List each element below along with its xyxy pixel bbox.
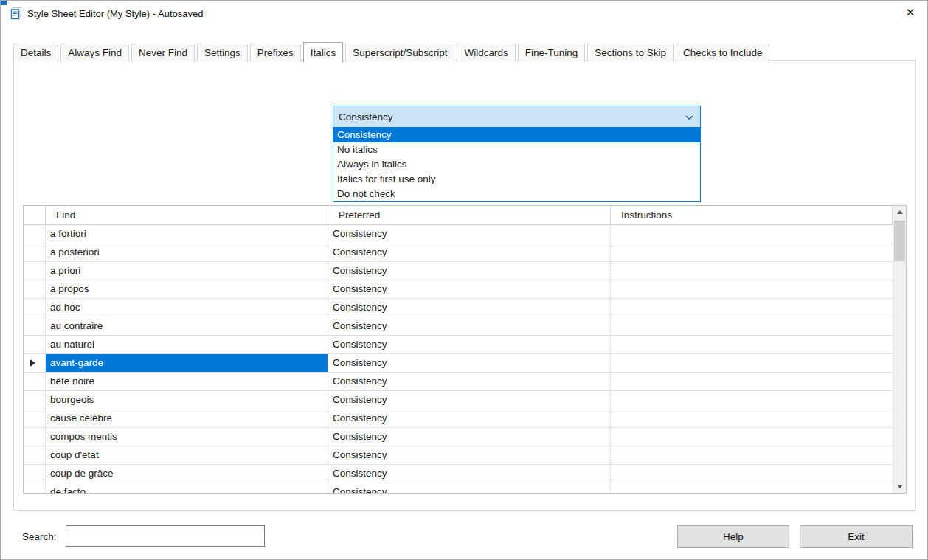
instructions-cell[interactable] bbox=[611, 483, 893, 493]
row-header-cell[interactable] bbox=[24, 299, 46, 317]
preferred-cell[interactable]: Consistency bbox=[328, 465, 611, 483]
exit-button[interactable]: Exit bbox=[800, 525, 913, 548]
table-row[interactable]: a posteriori Consistency bbox=[24, 243, 893, 262]
preferred-cell[interactable]: Consistency bbox=[328, 409, 611, 427]
dropdown-option[interactable]: Italics for first use only bbox=[333, 172, 700, 187]
instructions-cell[interactable] bbox=[611, 446, 893, 464]
preferred-cell[interactable]: Consistency bbox=[328, 373, 611, 390]
table-row[interactable]: a priori Consistency bbox=[24, 262, 893, 280]
row-header-cell[interactable] bbox=[24, 409, 46, 427]
row-header-cell[interactable] bbox=[24, 354, 46, 372]
preferred-cell[interactable]: Consistency bbox=[328, 299, 611, 317]
row-header-cell[interactable] bbox=[24, 483, 46, 493]
tab[interactable]: Always Find bbox=[60, 44, 129, 62]
dropdown-option[interactable]: Do not check bbox=[333, 187, 700, 201]
preferred-cell[interactable]: Consistency bbox=[328, 336, 611, 353]
find-cell[interactable]: coup de grâce bbox=[46, 465, 328, 483]
table-row[interactable]: bourgeois Consistency bbox=[24, 391, 893, 409]
find-cell[interactable]: au contraire bbox=[46, 317, 328, 335]
help-button[interactable]: Help bbox=[677, 525, 789, 548]
column-header-find[interactable]: Find bbox=[46, 206, 328, 224]
instructions-cell[interactable] bbox=[611, 262, 893, 280]
preferred-cell[interactable]: Consistency bbox=[328, 446, 611, 464]
instructions-cell[interactable] bbox=[611, 280, 893, 298]
instructions-cell[interactable] bbox=[611, 317, 893, 335]
instructions-cell[interactable] bbox=[611, 391, 893, 409]
table-row[interactable]: compos mentis Consistency bbox=[24, 428, 893, 446]
tab[interactable]: Fine-Tuning bbox=[518, 44, 586, 62]
find-cell[interactable]: a posteriori bbox=[46, 243, 328, 261]
tab[interactable]: Italics bbox=[303, 42, 344, 63]
close-button[interactable]: ✕ bbox=[893, 1, 927, 24]
row-header-cell[interactable] bbox=[24, 391, 46, 409]
tab[interactable]: Wildcards bbox=[457, 44, 515, 62]
tab[interactable]: Prefixes bbox=[250, 44, 301, 62]
row-header-cell[interactable] bbox=[24, 428, 46, 446]
column-header-instructions[interactable]: Instructions bbox=[611, 206, 893, 224]
find-cell[interactable]: de facto bbox=[46, 483, 328, 493]
tab[interactable]: Superscript/Subscript bbox=[345, 44, 454, 62]
table-row[interactable]: au contraire Consistency bbox=[24, 317, 893, 336]
preferred-cell[interactable]: Consistency bbox=[328, 280, 611, 298]
instructions-cell[interactable] bbox=[611, 354, 893, 372]
instructions-cell[interactable] bbox=[611, 243, 893, 261]
find-cell[interactable]: a fortiori bbox=[46, 225, 328, 243]
find-cell[interactable]: a propos bbox=[46, 280, 328, 298]
table-row[interactable]: de facto Consistency bbox=[24, 483, 893, 493]
row-header-cell[interactable] bbox=[24, 280, 46, 298]
find-cell[interactable]: a priori bbox=[46, 262, 328, 280]
find-cell[interactable]: coup d'état bbox=[46, 446, 328, 464]
phrase-behavior-dropdown[interactable]: Consistency bbox=[333, 106, 701, 128]
row-header-cell[interactable] bbox=[24, 446, 46, 464]
preferred-cell[interactable]: Consistency bbox=[328, 483, 611, 493]
row-header-cell[interactable] bbox=[24, 336, 46, 353]
preferred-cell[interactable]: Consistency bbox=[328, 243, 611, 261]
column-header-preferred[interactable]: Preferred bbox=[328, 206, 611, 224]
tab[interactable]: Sections to Skip bbox=[587, 44, 674, 62]
table-row[interactable]: cause célèbre Consistency bbox=[24, 409, 893, 428]
scroll-down-button[interactable] bbox=[893, 480, 906, 493]
tab[interactable]: Settings bbox=[197, 44, 248, 62]
find-cell[interactable]: ad hoc bbox=[46, 299, 328, 317]
table-row[interactable]: avant-garde Consistency bbox=[24, 354, 893, 373]
preferred-cell[interactable]: Consistency bbox=[328, 428, 611, 446]
table-row[interactable]: bête noire Consistency bbox=[24, 373, 893, 391]
instructions-cell[interactable] bbox=[611, 465, 893, 483]
find-cell[interactable]: au naturel bbox=[46, 336, 328, 353]
find-cell[interactable]: cause célèbre bbox=[46, 409, 328, 427]
tab[interactable]: Checks to Include bbox=[676, 44, 769, 62]
dropdown-option[interactable]: No italics bbox=[333, 142, 700, 157]
find-cell[interactable]: avant-garde bbox=[46, 354, 328, 372]
table-row[interactable]: coup de grâce Consistency bbox=[24, 465, 893, 483]
tab[interactable]: Never Find bbox=[131, 44, 195, 62]
row-header-cell[interactable] bbox=[24, 243, 46, 261]
instructions-cell[interactable] bbox=[611, 428, 893, 446]
table-row[interactable]: coup d'état Consistency bbox=[24, 446, 893, 465]
scrollbar-thumb[interactable] bbox=[894, 221, 905, 261]
row-header-cell[interactable] bbox=[24, 373, 46, 390]
row-header-cell[interactable] bbox=[24, 465, 46, 483]
table-row[interactable]: a fortiori Consistency bbox=[24, 225, 893, 243]
search-input[interactable] bbox=[66, 525, 265, 547]
preferred-cell[interactable]: Consistency bbox=[328, 317, 611, 335]
table-row[interactable]: ad hoc Consistency bbox=[24, 299, 893, 317]
find-cell[interactable]: bourgeois bbox=[46, 391, 328, 409]
dropdown-option[interactable]: Always in italics bbox=[333, 157, 700, 172]
scroll-up-button[interactable] bbox=[893, 206, 906, 218]
table-row[interactable]: a propos Consistency bbox=[24, 280, 893, 299]
find-cell[interactable]: bête noire bbox=[46, 373, 328, 390]
find-cell[interactable]: compos mentis bbox=[46, 428, 328, 446]
dropdown-option[interactable]: Consistency bbox=[333, 128, 700, 142]
row-header-cell[interactable] bbox=[24, 262, 46, 280]
preferred-cell[interactable]: Consistency bbox=[328, 391, 611, 409]
preferred-cell[interactable]: Consistency bbox=[328, 225, 611, 243]
instructions-cell[interactable] bbox=[611, 373, 893, 390]
instructions-cell[interactable] bbox=[611, 409, 893, 427]
table-row[interactable]: au naturel Consistency bbox=[24, 336, 893, 354]
row-header-cell[interactable] bbox=[24, 317, 46, 335]
instructions-cell[interactable] bbox=[611, 299, 893, 317]
tab[interactable]: Details bbox=[13, 44, 58, 62]
instructions-cell[interactable] bbox=[611, 336, 893, 353]
preferred-cell[interactable]: Consistency bbox=[328, 354, 611, 372]
row-header-cell[interactable] bbox=[24, 225, 46, 243]
